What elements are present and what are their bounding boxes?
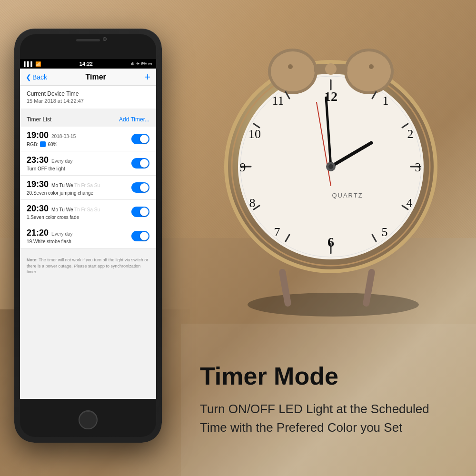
status-time: 14:22 [79, 61, 93, 67]
svg-text:11: 11 [272, 94, 284, 108]
timer-action: Turn OFF the light [27, 166, 131, 171]
phone-speaker [76, 39, 100, 41]
timer-item-left: 23:30 Every day Turn OFF the light [27, 155, 131, 171]
svg-text:5: 5 [382, 225, 388, 239]
device-time-label: Current Device Time [27, 90, 149, 97]
svg-point-45 [328, 164, 333, 169]
timer-item: 20:30 Mo Tu We Th Fr Sa Su 1.Seven color… [20, 200, 156, 224]
nav-title: Timer [85, 73, 106, 81]
timer-time-row: 19:00 2018-03-15 [27, 130, 131, 140]
battery-percent: 6% [141, 61, 147, 66]
status-right: ⊕ ✈ 6% ▭ [131, 61, 152, 66]
phone-outer: ▌▌▌ 📶 14:22 ⊕ ✈ 6% ▭ ❮ Back [14, 29, 162, 443]
timer-time-display: 23:30 [27, 155, 49, 165]
svg-point-15 [325, 63, 337, 75]
timer-time-display: 20:30 [27, 204, 49, 214]
timer-item: 19:30 Mo Tu We Th Fr Sa Su 20.Seven colo… [20, 176, 156, 200]
svg-point-0 [248, 293, 419, 317]
timer-action: 1.Seven color cross fade [27, 215, 131, 220]
battery-icon: ▭ [148, 61, 152, 66]
timer-toggle[interactable] [131, 134, 149, 144]
phone-home-button[interactable] [79, 410, 98, 429]
location-icon: ⊕ ✈ [131, 61, 140, 66]
back-chevron-icon: ❮ [26, 73, 31, 81]
timer-time-display: 19:30 [27, 179, 49, 189]
svg-text:3: 3 [415, 160, 421, 174]
svg-text:4: 4 [407, 196, 413, 210]
timer-item: 19:00 2018-03-15 RGB: 60% [20, 127, 156, 151]
timer-toggle[interactable] [131, 207, 149, 217]
color-dot [40, 141, 46, 147]
svg-text:1: 1 [383, 94, 389, 108]
svg-point-12 [288, 64, 293, 69]
timer-item: 23:30 Every day Turn OFF the light [20, 151, 156, 176]
svg-point-13 [369, 64, 374, 69]
text-area: Timer Mode Turn ON/OFF LED Light at the … [181, 324, 476, 476]
svg-text:7: 7 [274, 225, 280, 239]
timer-schedule: Mo Tu We Th Fr Sa Su [51, 207, 100, 212]
svg-text:2: 2 [407, 127, 414, 141]
timer-time-row: 19:30 Mo Tu We Th Fr Sa Su [27, 179, 131, 189]
status-bar: ▌▌▌ 📶 14:22 ⊕ ✈ 6% ▭ [20, 59, 156, 69]
timer-toggle[interactable] [131, 231, 149, 241]
timer-time-row: 21:20 Every day [27, 228, 131, 238]
device-time-section: Current Device Time 15 Mar 2018 at 14:22… [20, 86, 156, 109]
timer-action: 19.White strobe flash [27, 239, 131, 244]
timer-schedule: Every day [51, 231, 72, 237]
timer-list-label: Timer List [27, 116, 51, 123]
device-time-value: 15 Mar 2018 at 14:22:47 [27, 98, 149, 104]
svg-text:10: 10 [248, 127, 261, 141]
nav-bar: ❮ Back Timer + [20, 69, 156, 86]
timer-schedule: Every day [51, 159, 72, 164]
timer-time-display: 21:20 [27, 228, 49, 238]
timer-item-left: 19:30 Mo Tu We Th Fr Sa Su 20.Seven colo… [27, 179, 131, 196]
timer-mode-description: Turn ON/OFF LED Light at the Scheduled T… [200, 400, 457, 437]
timer-mode-title: Timer Mode [200, 363, 457, 390]
wifi-icon: 📶 [35, 61, 41, 67]
phone: ▌▌▌ 📶 14:22 ⊕ ✈ 6% ▭ ❮ Back [14, 29, 162, 443]
add-timer-button[interactable]: Add Timer... [119, 116, 149, 123]
timer-toggle[interactable] [131, 182, 149, 193]
timer-action: RGB: 60% [27, 141, 131, 147]
note-section: Note: The timer will not work if you tur… [20, 252, 156, 280]
nav-back-button[interactable]: ❮ Back [26, 73, 47, 81]
timer-item-left: 19:00 2018-03-15 RGB: 60% [27, 130, 131, 147]
note-text: Note: The timer will not work if you tur… [27, 257, 149, 275]
timer-time-row: 23:30 Every day [27, 155, 131, 165]
svg-text:8: 8 [249, 196, 256, 210]
svg-text:6: 6 [327, 235, 334, 249]
svg-text:QUARTZ: QUARTZ [332, 192, 363, 199]
timer-time-row: 20:30 Mo Tu We Th Fr Sa Su [27, 204, 131, 214]
svg-point-9 [271, 51, 315, 91]
phone-inner: ▌▌▌ 📶 14:22 ⊕ ✈ 6% ▭ ❮ Back [20, 34, 156, 437]
timer-time-display: 19:00 [27, 130, 49, 140]
timer-schedule: Mo Tu We Th Fr Sa Su [51, 183, 100, 188]
status-left: ▌▌▌ 📶 [24, 61, 41, 67]
note-body: The timer will not work if you turn off … [27, 258, 148, 274]
clock-area: 12 1 2 3 4 5 6 7 8 9 10 11 QUARTZ [186, 10, 462, 333]
timer-list-header: Timer List Add Timer... [20, 112, 156, 127]
timer-item: 21:20 Every day 19.White strobe flash [20, 224, 156, 248]
timer-items-list: 19:00 2018-03-15 RGB: 60% [20, 127, 156, 248]
timer-item-left: 20:30 Mo Tu We Th Fr Sa Su 1.Seven color… [27, 204, 131, 220]
signal-bars: ▌▌▌ [24, 61, 34, 67]
svg-point-11 [347, 51, 391, 91]
phone-camera [103, 37, 107, 41]
phone-screen: ▌▌▌ 📶 14:22 ⊕ ✈ 6% ▭ ❮ Back [20, 59, 156, 399]
timer-item-left: 21:20 Every day 19.White strobe flash [27, 228, 131, 244]
timer-action: 20.Seven color jumping change [27, 190, 131, 196]
svg-text:9: 9 [240, 160, 246, 174]
timer-schedule: 2018-03-15 [51, 134, 76, 139]
timer-toggle[interactable] [131, 158, 149, 169]
screen-content: Current Device Time 15 Mar 2018 at 14:22… [20, 86, 156, 399]
note-label: Note: [27, 258, 38, 262]
nav-add-button[interactable]: + [144, 71, 150, 83]
